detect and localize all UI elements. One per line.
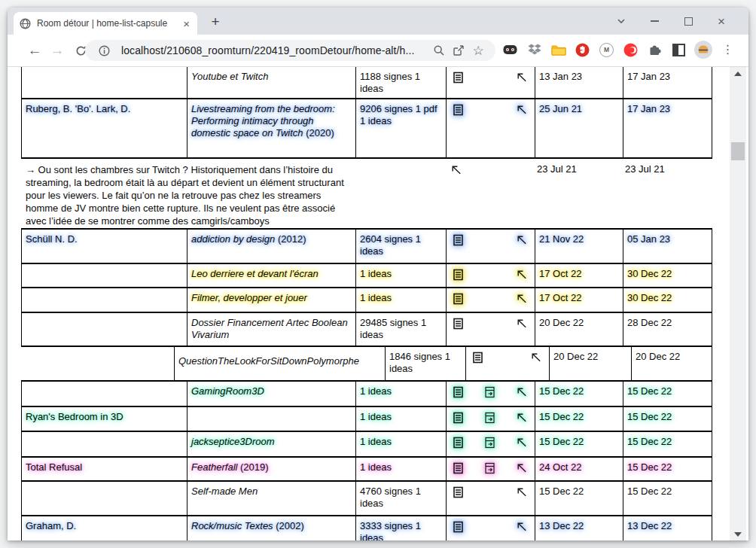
table-row: Schüll N. D.addiction by design (2012)26… [21, 230, 712, 264]
minimize-button[interactable] [645, 14, 664, 29]
list-icon[interactable] [453, 386, 464, 398]
icons-cell [446, 516, 535, 540]
nw-arrow-icon[interactable] [530, 352, 541, 362]
list-icon[interactable] [453, 269, 464, 281]
icons-cell [446, 458, 535, 480]
list-icon[interactable] [453, 104, 464, 116]
table-row: QuestionTheLookForSitDownPolymorphe1846 … [21, 347, 712, 382]
window-close-button[interactable]: × [712, 14, 731, 29]
title-text: GamingRoom3D [191, 385, 264, 397]
title-cell: Leo derriere et devant l'écran [187, 264, 355, 287]
site-info-icon[interactable] [94, 41, 114, 60]
date-modified-cell: 20 Dec 22 [631, 347, 712, 380]
note-row: → Ou sont les chambres sur Twitch ? Hist… [21, 159, 712, 230]
icons-cell [465, 347, 549, 380]
nw-arrow-icon[interactable] [516, 104, 527, 114]
nw-arrow-icon[interactable] [516, 386, 527, 397]
minimize-icon [651, 20, 659, 22]
date-modified-cell: 15 Dec 22 [623, 458, 712, 480]
scrollbar-thumb[interactable] [731, 142, 745, 160]
nw-arrow-icon[interactable] [516, 486, 527, 497]
kebab-menu-icon[interactable]: ⋮ [719, 41, 736, 59]
nw-arrow-icon[interactable] [516, 412, 527, 422]
date-modified-cell: 15 Dec 22 [623, 432, 712, 456]
note-date-created: 23 Jul 21 [537, 163, 577, 175]
table-row: Ryan's Bedroom in 3D1 ideas15 Dec 2215 D… [21, 407, 712, 432]
date-created-cell: 15 Dec 22 [535, 432, 623, 456]
signes-cell: 3333 signes 1 ideas [355, 516, 446, 540]
nw-arrow-icon[interactable] [516, 234, 527, 245]
browser-tab[interactable]: Room détour | home-list-capsule × [14, 12, 197, 35]
date-created-cell: 17 Oct 22 [535, 288, 623, 312]
omnibox[interactable]: localhost/210608_roomturn/220419_roomDet… [85, 40, 495, 61]
table-row: Youtube et Twitch1188 signes 1 ideas13 J… [21, 67, 712, 99]
date-modified-cell: 15 Dec 22 [623, 382, 712, 406]
share-icon[interactable] [449, 41, 468, 60]
frame-window-icon[interactable] [484, 412, 495, 424]
nw-arrow-icon[interactable] [516, 521, 527, 531]
tab-search-chevron-icon[interactable] [611, 14, 631, 29]
list-icon[interactable] [453, 234, 464, 246]
author-cell: Total Refusal [21, 458, 187, 480]
scroll-down-button[interactable] [730, 528, 746, 540]
date-created-cell: 15 Dec 22 [535, 482, 623, 515]
title-year: (2012) [275, 233, 306, 245]
frame-window-icon[interactable] [484, 462, 495, 474]
author-cell [21, 347, 174, 380]
list-icon[interactable] [453, 293, 464, 305]
nw-arrow-icon[interactable] [516, 437, 527, 447]
list-icon[interactable] [453, 412, 464, 424]
url-text[interactable]: localhost/210608_roomturn/220419_roomDet… [121, 44, 429, 56]
scroll-up-button[interactable] [730, 67, 746, 80]
table-row: Graham, D.Rock/music Textes (2002)3333 s… [21, 516, 712, 540]
nw-arrow-icon[interactable] [516, 462, 527, 473]
folder-extension-icon[interactable] [550, 41, 567, 59]
list-icon[interactable] [453, 486, 464, 498]
list-icon[interactable] [453, 72, 464, 84]
maximize-button[interactable] [678, 14, 698, 29]
bookmark-star-icon[interactable]: ☆ [468, 41, 488, 60]
table-row: jackseptice3Droom1 ideas15 Dec 2215 Dec … [21, 432, 712, 458]
list-icon[interactable] [453, 318, 464, 330]
frame-window-icon[interactable] [484, 386, 495, 398]
mask-extension-icon[interactable] [501, 41, 519, 59]
nw-arrow-icon[interactable] [516, 269, 527, 279]
nw-arrow-icon[interactable] [516, 293, 527, 303]
m-badge-extension-icon[interactable]: M [598, 41, 615, 59]
hand-blocker-extension-icon[interactable] [574, 41, 591, 59]
extensions-puzzle-icon[interactable] [646, 41, 663, 59]
nw-arrow-icon[interactable] [450, 164, 462, 175]
nw-arrow-icon[interactable] [516, 318, 527, 328]
date-created-cell: 15 Dec 22 [535, 382, 623, 406]
red-circle-extension-icon[interactable] [622, 41, 639, 59]
globe-favicon-icon [20, 18, 31, 29]
new-tab-button[interactable]: + [206, 13, 224, 31]
back-button[interactable]: ← [25, 41, 44, 60]
icons-cell [446, 67, 535, 98]
list-icon[interactable] [453, 521, 464, 533]
nw-arrow-icon[interactable] [516, 72, 527, 82]
profile-avatar[interactable] [694, 41, 712, 59]
signes-cell: 1 ideas [355, 458, 446, 480]
extensions-row: M ⋮ [501, 41, 736, 59]
date-created-cell: 15 Dec 22 [535, 407, 623, 431]
icons-cell [446, 382, 535, 406]
tab-close-icon[interactable]: × [181, 18, 191, 29]
date-created-cell: 24 Oct 22 [535, 458, 623, 480]
table-row: GamingRoom3D1 ideas15 Dec 2215 Dec 22 [21, 382, 712, 407]
title-cell: Self-made Men [187, 482, 355, 515]
date-created-cell: 13 Dec 22 [535, 516, 623, 540]
list-icon[interactable] [453, 462, 464, 474]
dropbox-extension-icon[interactable] [526, 41, 543, 59]
author-cell [21, 264, 187, 287]
signes-cell: 1 ideas [355, 288, 446, 312]
frame-window-icon[interactable] [484, 437, 495, 449]
contrast-extension-icon[interactable] [670, 41, 687, 59]
date-modified-cell: 17 Jan 23 [623, 99, 712, 157]
list-icon[interactable] [472, 352, 483, 364]
forward-button[interactable]: → [47, 41, 67, 60]
search-icon[interactable] [429, 41, 449, 60]
date-created-cell: 20 Dec 22 [535, 313, 623, 346]
vertical-scrollbar[interactable] [730, 67, 746, 540]
list-icon[interactable] [453, 437, 464, 449]
